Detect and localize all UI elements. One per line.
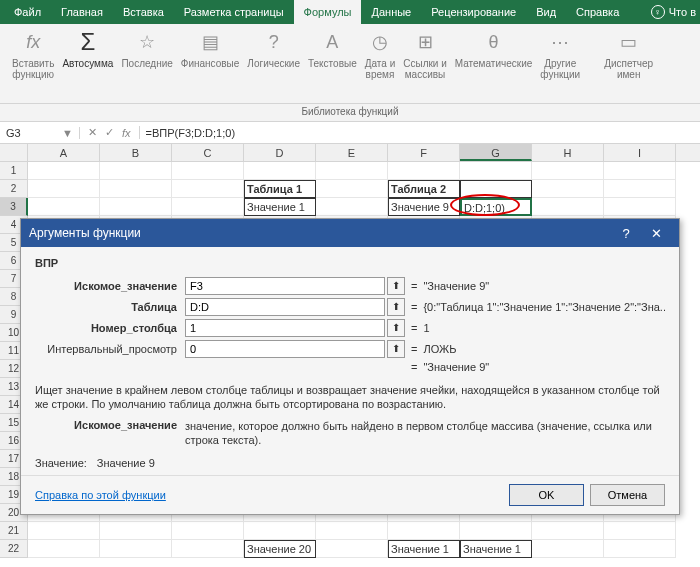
- row-header[interactable]: 3: [0, 198, 28, 216]
- range-picker-icon[interactable]: ⬆: [387, 340, 405, 358]
- tab-data[interactable]: Данные: [361, 0, 421, 24]
- value-result: Значение 9: [97, 457, 155, 469]
- cell[interactable]: [244, 522, 316, 540]
- cell[interactable]: [316, 540, 388, 558]
- insert-function-button[interactable]: fx Вставитьфункцию: [12, 28, 54, 103]
- cell-d3[interactable]: Значение 1: [244, 198, 316, 216]
- tab-file[interactable]: Файл: [4, 0, 51, 24]
- autosum-button[interactable]: Σ Автосумма: [62, 28, 113, 103]
- recent-functions-button[interactable]: ☆ Последние: [121, 28, 172, 103]
- arg3-input[interactable]: [185, 319, 385, 337]
- col-header[interactable]: C: [172, 144, 244, 161]
- ribbon-body: fx Вставитьфункцию Σ Автосумма ☆ Последн…: [0, 24, 700, 104]
- tab-help[interactable]: Справка: [566, 0, 629, 24]
- row-header[interactable]: 21: [0, 522, 28, 540]
- arg1-label: Искомое_значение: [35, 280, 185, 292]
- ribbon-tabs: Файл Главная Вставка Разметка страницы Ф…: [0, 0, 700, 24]
- cell[interactable]: [388, 522, 460, 540]
- cell[interactable]: [100, 522, 172, 540]
- cell-f3[interactable]: Значение 9: [388, 198, 460, 216]
- formula-bar[interactable]: =ВПР(F3;D:D;1;0): [140, 127, 700, 139]
- formula-result: "Значение 9": [423, 361, 665, 373]
- cell[interactable]: [532, 540, 604, 558]
- col-header[interactable]: H: [532, 144, 604, 161]
- select-all-corner[interactable]: [0, 144, 28, 161]
- col-header[interactable]: F: [388, 144, 460, 161]
- tab-view[interactable]: Вид: [526, 0, 566, 24]
- logical-icon: ?: [260, 28, 288, 56]
- row-header[interactable]: 1: [0, 162, 28, 180]
- arg1-result: "Значение 9": [423, 280, 665, 292]
- function-description: Ищет значение в крайнем левом столбце та…: [35, 383, 665, 411]
- cell[interactable]: [172, 522, 244, 540]
- function-arguments-dialog: Аргументы функции ? ✕ ВПР Искомое_значен…: [20, 218, 680, 515]
- lookup-button[interactable]: ⊞ Ссылки имассивы: [403, 28, 447, 103]
- tab-insert[interactable]: Вставка: [113, 0, 174, 24]
- ok-button[interactable]: OK: [509, 484, 584, 506]
- sigma-icon: Σ: [74, 28, 102, 56]
- tab-formulas[interactable]: Формулы: [294, 0, 362, 24]
- tab-home[interactable]: Главная: [51, 0, 113, 24]
- more-functions-button[interactable]: ⋯ Другиефункции: [540, 28, 580, 103]
- arg-desc-label: Искомое_значение: [35, 419, 185, 447]
- cell[interactable]: Значение 1: [388, 540, 460, 558]
- cell[interactable]: [28, 540, 100, 558]
- cell[interactable]: [460, 522, 532, 540]
- row-header[interactable]: 22: [0, 540, 28, 558]
- name-manager-button[interactable]: ▭ Диспетчеримен: [604, 28, 653, 103]
- cell[interactable]: [316, 522, 388, 540]
- cell[interactable]: [604, 522, 676, 540]
- financial-icon: ▤: [196, 28, 224, 56]
- col-header[interactable]: E: [316, 144, 388, 161]
- text-icon: A: [318, 28, 346, 56]
- ribbon-group-caption: Библиотека функций: [0, 104, 700, 122]
- arg1-input[interactable]: [185, 277, 385, 295]
- cell[interactable]: [100, 540, 172, 558]
- cell-f2[interactable]: Таблица 2: [388, 180, 460, 198]
- cell[interactable]: Значение 1: [460, 540, 532, 558]
- logical-button[interactable]: ? Логические: [247, 28, 300, 103]
- tab-page-layout[interactable]: Разметка страницы: [174, 0, 294, 24]
- chevron-down-icon: ▼: [62, 127, 73, 139]
- cell[interactable]: [604, 540, 676, 558]
- enter-formula-icon[interactable]: ✓: [105, 126, 114, 139]
- datetime-button[interactable]: ◷ Дата ивремя: [365, 28, 396, 103]
- close-icon[interactable]: ✕: [641, 226, 671, 241]
- cancel-formula-icon[interactable]: ✕: [88, 126, 97, 139]
- math-button[interactable]: θ Математические: [455, 28, 533, 103]
- name-box[interactable]: G3▼: [0, 127, 80, 139]
- function-help-link[interactable]: Справка по этой функции: [35, 489, 166, 501]
- fx-button[interactable]: fx: [122, 127, 131, 139]
- range-picker-icon[interactable]: ⬆: [387, 277, 405, 295]
- range-picker-icon[interactable]: ⬆: [387, 298, 405, 316]
- tab-review[interactable]: Рецензирование: [421, 0, 526, 24]
- formula-bar-row: G3▼ ✕ ✓ fx =ВПР(F3;D:D;1;0): [0, 122, 700, 144]
- arg3-label: Номер_столбца: [35, 322, 185, 334]
- cell-d2[interactable]: Таблица 1: [244, 180, 316, 198]
- col-header[interactable]: D: [244, 144, 316, 161]
- arg2-result: {0:"Таблица 1":"Значение 1":"Значение 2"…: [423, 301, 665, 313]
- cell-g3-active[interactable]: D:D;1;0): [460, 198, 532, 216]
- tell-me[interactable]: Что в: [669, 6, 696, 18]
- help-icon[interactable]: ?: [611, 226, 641, 241]
- financial-button[interactable]: ▤ Финансовые: [181, 28, 240, 103]
- tell-me-icon: ♀: [651, 5, 665, 19]
- col-header[interactable]: G: [460, 144, 532, 161]
- range-picker-icon[interactable]: ⬆: [387, 319, 405, 337]
- fx-icon: fx: [19, 28, 47, 56]
- cell[interactable]: [532, 522, 604, 540]
- cell[interactable]: [172, 540, 244, 558]
- col-header[interactable]: I: [604, 144, 676, 161]
- arg4-input[interactable]: [185, 340, 385, 358]
- dialog-title: Аргументы функции: [29, 226, 141, 240]
- text-functions-button[interactable]: A Текстовые: [308, 28, 357, 103]
- cell[interactable]: Значение 20: [244, 540, 316, 558]
- cancel-button[interactable]: Отмена: [590, 484, 665, 506]
- recent-icon: ☆: [133, 28, 161, 56]
- col-header[interactable]: A: [28, 144, 100, 161]
- col-header[interactable]: B: [100, 144, 172, 161]
- arg2-input[interactable]: [185, 298, 385, 316]
- row-header[interactable]: 2: [0, 180, 28, 198]
- cell[interactable]: [28, 522, 100, 540]
- dialog-titlebar[interactable]: Аргументы функции ? ✕: [21, 219, 679, 247]
